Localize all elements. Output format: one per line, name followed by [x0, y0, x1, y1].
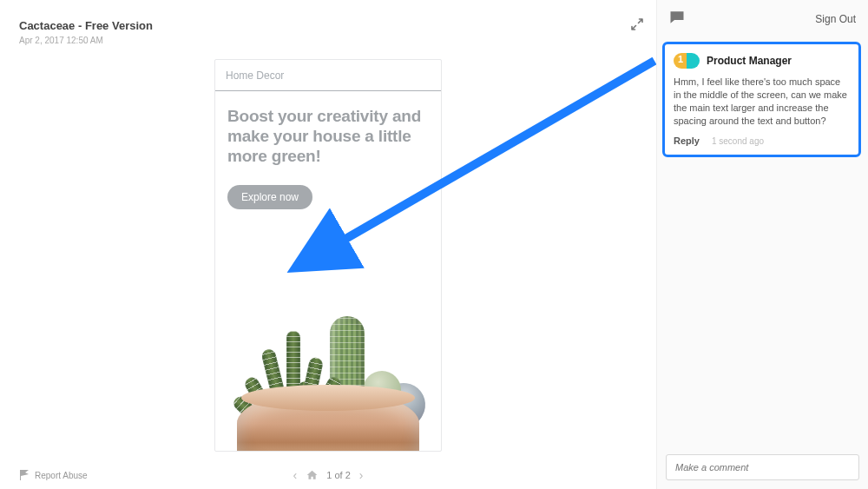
- mockup-nav-title: Home Decor: [215, 60, 441, 91]
- report-abuse-label: Report Abuse: [35, 471, 88, 480]
- comments-icon[interactable]: [669, 10, 685, 29]
- project-title: Cactaceae - Free Version: [19, 19, 153, 32]
- report-abuse-link[interactable]: Report Abuse: [19, 470, 88, 480]
- mockup-headline: Boost your creativity and make your hous…: [227, 107, 429, 166]
- home-icon[interactable]: [306, 469, 318, 481]
- comment-card[interactable]: 1 Product Manager Hmm, I feel like there…: [662, 42, 861, 157]
- mockup-hero-image: [215, 284, 441, 451]
- project-timestamp: Apr 2, 2017 12:50 AM: [19, 36, 153, 45]
- comments-panel: Sign Out 1 Product Manager Hmm, I feel l…: [656, 0, 868, 489]
- comment-author: Product Manager: [707, 55, 792, 67]
- annotation-marker-1[interactable]: 1: [316, 239, 333, 256]
- expand-icon[interactable]: [630, 17, 644, 35]
- comment-age: 1 second ago: [712, 136, 764, 146]
- explore-now-button[interactable]: Explore now: [227, 185, 312, 209]
- project-header: Cactaceae - Free Version Apr 2, 2017 12:…: [19, 19, 153, 45]
- comment-badge: 1: [674, 53, 700, 69]
- flag-icon: [19, 470, 30, 480]
- comment-input[interactable]: [666, 454, 859, 480]
- page-indicator: 1 of 2: [326, 470, 351, 480]
- prev-page-button[interactable]: ‹: [293, 468, 298, 482]
- sign-out-link[interactable]: Sign Out: [815, 13, 856, 25]
- reply-button[interactable]: Reply: [674, 135, 700, 146]
- comment-text: Hmm, I feel like there's too much space …: [674, 76, 850, 127]
- pager: ‹ 1 of 2 ›: [293, 468, 364, 482]
- canvas-area: Cactaceae - Free Version Apr 2, 2017 12:…: [0, 0, 656, 489]
- next-page-button[interactable]: ›: [359, 468, 364, 482]
